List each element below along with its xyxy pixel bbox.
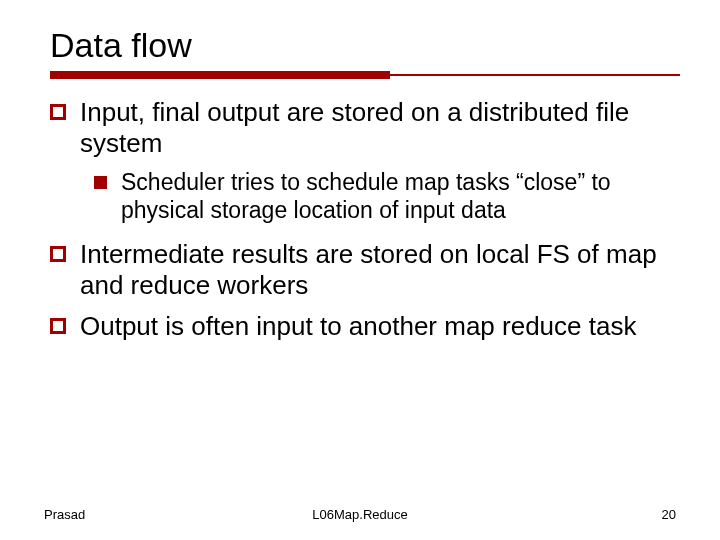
bullet-level1: Output is often input to another map red…: [50, 311, 680, 342]
bullet-text: Input, final output are stored on a dist…: [80, 97, 680, 159]
slide-body: Input, final output are stored on a dist…: [50, 97, 680, 342]
square-outline-icon: [50, 246, 66, 262]
rule-thin: [390, 74, 680, 76]
rule-thick: [50, 71, 390, 79]
bullet-level1: Input, final output are stored on a dist…: [50, 97, 680, 159]
footer-lecture: L06Map.Reduce: [0, 507, 720, 522]
bullet-text: Scheduler tries to schedule map tasks “c…: [121, 169, 680, 224]
square-outline-icon: [50, 104, 66, 120]
bullet-text: Intermediate results are stored on local…: [80, 239, 680, 301]
bullet-text: Output is often input to another map red…: [80, 311, 680, 342]
slide-footer: Prasad L06Map.Reduce 20: [0, 507, 720, 522]
square-outline-icon: [50, 318, 66, 334]
slide: Data flow Input, final output are stored…: [0, 0, 720, 540]
bullet-level2: Scheduler tries to schedule map tasks “c…: [94, 169, 680, 224]
bullet-level1: Intermediate results are stored on local…: [50, 239, 680, 301]
square-filled-icon: [94, 176, 107, 189]
title-rule: [50, 71, 680, 79]
slide-title: Data flow: [50, 26, 680, 65]
